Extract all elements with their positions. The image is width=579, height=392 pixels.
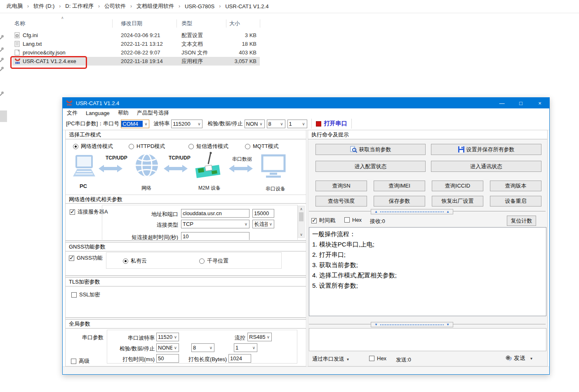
hex-receive-checkbox[interactable]: Hex bbox=[344, 217, 362, 223]
file-row-selected[interactable]: USR-CAT1 V1.2.4.exe 2022-11-18 19:14 应用程… bbox=[12, 57, 260, 66]
server-port-input[interactable] bbox=[252, 209, 274, 218]
gnss-enable-checkbox[interactable]: GNSS功能 bbox=[69, 254, 103, 262]
breadcrumb-item[interactable]: 文档组使用软件 bbox=[137, 2, 174, 10]
factory-reset-button[interactable]: 恢复出厂设置 bbox=[432, 196, 483, 207]
stopbits-select[interactable]: 1 ∨ bbox=[287, 120, 307, 128]
checkbox-icon[interactable] bbox=[69, 256, 74, 261]
menu-language[interactable]: Language bbox=[86, 110, 110, 116]
radio-mqtt-mode[interactable]: MQTT模式 bbox=[245, 143, 279, 150]
column-header-name[interactable]: 名称 bbox=[14, 19, 25, 28]
enter-comm-state-button[interactable]: 进入通讯状态 bbox=[431, 161, 541, 172]
query-iccid-button[interactable]: 查询ICCID bbox=[432, 181, 483, 191]
column-header-type[interactable]: 类型 bbox=[181, 19, 192, 28]
combo-arrow-icon[interactable]: ∨ bbox=[258, 122, 264, 126]
get-current-params-button[interactable]: 获取当前参数 bbox=[315, 144, 426, 155]
combo-arrow-icon[interactable]: ∨ bbox=[243, 222, 249, 226]
radio-qianxun[interactable]: 千寻位置 bbox=[199, 257, 228, 265]
receive-log-area[interactable]: 一般操作流程： 1. 模块连PC串口,上电; 2. 打开串口; 3. 获取当前参… bbox=[309, 227, 546, 316]
global-parity-select[interactable]: NONE ∨ bbox=[156, 343, 179, 352]
timestamp-checkbox[interactable]: 时间戳 bbox=[311, 217, 335, 224]
save-params-button[interactable]: 保存参数 bbox=[374, 196, 425, 207]
combo-arrow-icon[interactable]: ∨ bbox=[268, 222, 274, 226]
breadcrumb-item[interactable]: 公司软件 bbox=[104, 2, 126, 10]
file-row[interactable]: Lang.txt 2022-11-21 13:12 文本文档 18 KB bbox=[12, 40, 260, 48]
file-name[interactable]: Lang.txt bbox=[23, 40, 42, 48]
vertical-scrollbar[interactable]: ∧ ∨ bbox=[298, 206, 305, 238]
query-sn-button[interactable]: 查询SN bbox=[315, 181, 367, 191]
checkbox-icon[interactable] bbox=[71, 359, 76, 364]
slider-thumb[interactable]: ▼ ▼ bbox=[371, 322, 453, 327]
short-conn-timeout-input[interactable] bbox=[181, 232, 249, 240]
flow-control-select[interactable]: RS485 ∨ bbox=[247, 333, 272, 341]
open-serial-button[interactable]: 打开串口 bbox=[316, 120, 347, 127]
server-address-input[interactable] bbox=[181, 209, 249, 218]
set-save-all-params-button[interactable]: 设置并保存所有参数 bbox=[431, 144, 541, 155]
menu-product-model[interactable]: 产品型号选择 bbox=[137, 109, 169, 117]
column-divider[interactable] bbox=[177, 19, 177, 28]
radio-httpd-mode[interactable]: HTTPD模式 bbox=[129, 143, 165, 150]
nav-scrollbar-fragment[interactable] bbox=[0, 110, 7, 122]
radio-net-passthrough[interactable]: 网络透传模式 bbox=[73, 143, 113, 150]
pack-length-input[interactable] bbox=[228, 354, 251, 363]
minimize-button[interactable]: — bbox=[492, 98, 511, 108]
file-row[interactable]: Cfg.ini 2024-03-06 9:21 配置设置 3 KB bbox=[12, 31, 260, 40]
combo-arrow-icon[interactable]: ∨ bbox=[196, 122, 202, 126]
ssl-encrypt-checkbox[interactable]: SSL加密 bbox=[71, 291, 100, 298]
column-divider[interactable] bbox=[226, 19, 226, 28]
radio-icon[interactable] bbox=[245, 144, 250, 149]
hex-send-checkbox[interactable]: Hex bbox=[369, 355, 386, 361]
com-port-select[interactable]: COM4 ∨ bbox=[121, 120, 149, 128]
checkbox-icon[interactable] bbox=[369, 356, 374, 361]
device-restart-button[interactable]: 设备重启 bbox=[490, 196, 541, 207]
query-signal-button[interactable]: 查信号强度 bbox=[315, 196, 367, 207]
global-databits-select[interactable]: 8 ∨ bbox=[191, 343, 214, 352]
column-divider[interactable] bbox=[112, 19, 113, 28]
advanced-checkbox[interactable]: 高级 bbox=[71, 357, 89, 365]
radio-private-cloud[interactable]: 私有云 bbox=[123, 257, 147, 265]
scrollbar-thumb[interactable] bbox=[299, 212, 304, 221]
maximize-button[interactable]: □ bbox=[511, 98, 530, 108]
databits-select[interactable]: 8 ∨ bbox=[267, 120, 285, 128]
scroll-up-icon[interactable]: ∧ bbox=[298, 206, 304, 212]
serial-baud-select[interactable]: 115200 ∨ bbox=[156, 333, 179, 341]
combo-arrow-icon[interactable]: ∨ bbox=[251, 345, 257, 350]
combo-arrow-icon[interactable]: ∨ bbox=[279, 122, 285, 126]
combo-arrow-icon[interactable]: ∨ bbox=[172, 335, 179, 339]
send-via-serial-dropdown[interactable]: 通过串口发送 ▾ bbox=[312, 355, 349, 363]
file-name[interactable]: province&city.json bbox=[23, 48, 66, 57]
send-button[interactable]: 发送 ▾ bbox=[505, 354, 532, 362]
menu-file[interactable]: 文件 bbox=[67, 109, 78, 117]
combo-arrow-icon[interactable]: ∨ bbox=[172, 345, 179, 350]
splitter-slider[interactable]: ▼ ▼ bbox=[309, 322, 546, 327]
combo-arrow-icon[interactable]: ∨ bbox=[208, 345, 214, 350]
radio-icon[interactable] bbox=[188, 144, 194, 149]
breadcrumb-item[interactable]: 此电脑 bbox=[7, 2, 23, 10]
file-row[interactable]: province&city.json 2022-08-22 9:07 JSON … bbox=[12, 48, 260, 57]
global-stopbits-select[interactable]: 1 ∨ bbox=[234, 343, 257, 352]
send-input-area[interactable] bbox=[309, 328, 546, 351]
radio-icon[interactable] bbox=[199, 258, 205, 264]
query-version-button[interactable]: 查询版本 bbox=[490, 181, 541, 191]
query-imei-button[interactable]: 查询IMEI bbox=[374, 181, 425, 191]
breadcrumb-item[interactable]: D: 工作程序 bbox=[65, 2, 94, 10]
close-button[interactable]: × bbox=[530, 98, 549, 108]
radio-icon[interactable] bbox=[123, 258, 128, 264]
checkbox-icon[interactable] bbox=[344, 217, 350, 223]
checkbox-icon[interactable] bbox=[311, 218, 317, 223]
reset-counter-button[interactable]: 复位计数 bbox=[507, 216, 536, 226]
breadcrumb-item[interactable]: 软件 (D:) bbox=[33, 2, 54, 10]
keepalive-select[interactable]: 长连接 ∨ bbox=[252, 220, 274, 228]
column-divider[interactable] bbox=[260, 19, 260, 28]
file-name[interactable]: USR-CAT1 V1.2.4.exe bbox=[23, 57, 76, 66]
combo-arrow-icon[interactable]: ∨ bbox=[301, 122, 307, 126]
radio-sms-passthrough[interactable]: 短信透传模式 bbox=[188, 143, 228, 150]
menu-help[interactable]: 帮助 bbox=[118, 109, 129, 117]
connection-type-select[interactable]: TCP ∨ bbox=[181, 220, 249, 228]
enter-config-state-button[interactable]: 进入配置状态 bbox=[315, 161, 426, 172]
baud-select[interactable]: 115200 ∨ bbox=[171, 120, 202, 128]
window-titlebar[interactable]: USR-CAT1 V1.2.4 — □ × bbox=[63, 98, 549, 108]
combo-arrow-icon[interactable]: ∨ bbox=[143, 122, 149, 126]
splitter-slider[interactable]: ▲ ▲ bbox=[309, 209, 546, 214]
slider-thumb[interactable]: ▲ ▲ bbox=[371, 209, 453, 214]
parity-select[interactable]: NONE ∨ bbox=[245, 120, 265, 128]
